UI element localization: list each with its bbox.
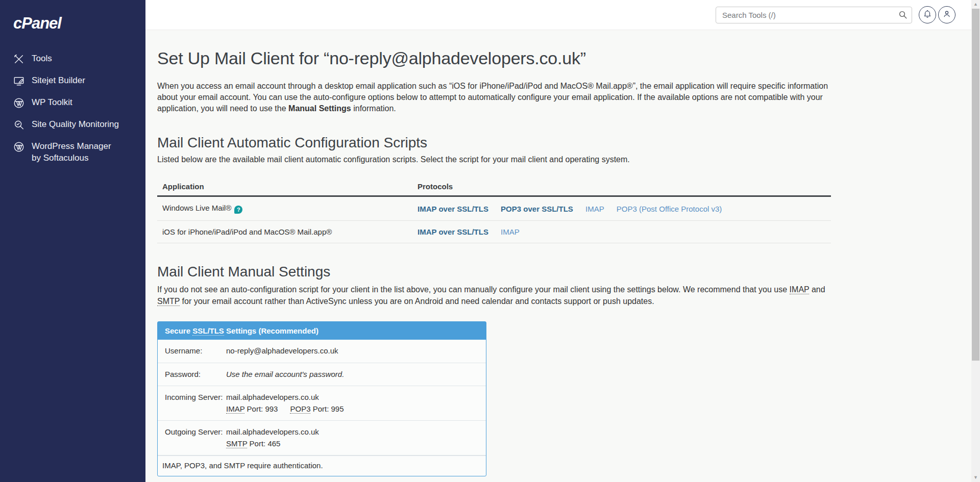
- main-content: Set Up Mail Client for “no-reply@alphade…: [145, 30, 971, 482]
- sitejet-builder-icon: [13, 75, 24, 87]
- smtp-abbr: SMTP: [157, 297, 180, 306]
- column-header-application: Application: [157, 177, 412, 196]
- scroll-up-arrow[interactable]: ▲: [971, 0, 980, 9]
- protocols-cell: IMAP over SSL/TLS IMAP: [412, 221, 831, 243]
- outgoing-server-label: Outgoing Server:: [165, 426, 226, 449]
- auto-config-table: Application Protocols Windows Live Mail®…: [157, 177, 831, 243]
- username-label: Username:: [165, 345, 226, 357]
- search-icon[interactable]: [898, 10, 908, 19]
- application-cell: iOS for iPhone/iPad/iPod and MacOS® Mail…: [157, 221, 412, 243]
- imap-abbr: IMAP: [790, 285, 810, 294]
- auto-config-heading: Mail Client Automatic Configuration Scri…: [157, 135, 971, 151]
- table-row: iOS for iPhone/iPad/iPod and MacOS® Mail…: [157, 221, 831, 243]
- protocol-link-pop3-ssl[interactable]: POP3 over SSL/TLS: [501, 205, 573, 213]
- scrollbar-thumb[interactable]: [972, 9, 979, 361]
- protocol-link-imap-ssl[interactable]: IMAP over SSL/TLS: [418, 205, 488, 213]
- ssl-header-text-2: Settings (Recommended): [224, 326, 318, 335]
- search-input[interactable]: [716, 7, 912, 23]
- vertical-scrollbar[interactable]: ▲ ▼: [971, 0, 980, 482]
- intro-text-1: When you access an email account through…: [157, 82, 828, 113]
- incoming-server-value: mail.alphadevelopers.co.uk IMAP Port: 99…: [226, 392, 356, 415]
- help-icon[interactable]: ?: [234, 206, 242, 214]
- incoming-ports: IMAP Port: 993POP3 Port: 995: [226, 403, 356, 415]
- tools-icon: [13, 54, 24, 65]
- protocol-link-imap-ssl[interactable]: IMAP over SSL/TLS: [418, 227, 488, 236]
- topbar: [145, 0, 971, 30]
- wordpress-manager-icon: [13, 141, 24, 153]
- page-title: Set Up Mail Client for “no-reply@alphade…: [157, 48, 971, 68]
- cpanel-logo[interactable]: cPanel: [0, 0, 145, 48]
- account-button[interactable]: [938, 6, 955, 23]
- manual-settings-description: If you do not see an auto-configuration …: [157, 284, 831, 307]
- sidebar-item-label: WordPress Manager by Softaculous: [32, 141, 119, 164]
- sidebar: cPanel Tools Sitejet Builder WP Toolkit …: [0, 0, 145, 482]
- sidebar-item-sitejet-builder[interactable]: Sitejet Builder: [0, 70, 145, 92]
- auto-config-description: Listed below are the available mail clie…: [157, 155, 971, 164]
- outgoing-server-value: mail.alphadevelopers.co.uk SMTP Port: 46…: [226, 426, 319, 449]
- application-name: Windows Live Mail®: [162, 204, 231, 212]
- protocol-link-imap[interactable]: IMAP: [501, 227, 520, 236]
- password-row: Password: Use the email account's passwo…: [158, 363, 486, 387]
- outgoing-host: mail.alphadevelopers.co.uk: [226, 426, 319, 438]
- wp-toolkit-icon: [13, 97, 24, 109]
- username-value: no-reply@alphadevelopers.co.uk: [226, 345, 338, 357]
- table-row: Windows Live Mail®? IMAP over SSL/TLS PO…: [157, 196, 831, 221]
- application-cell: Windows Live Mail®?: [157, 196, 412, 221]
- username-row: Username: no-reply@alphadevelopers.co.uk: [158, 340, 486, 363]
- notifications-button[interactable]: [919, 6, 936, 23]
- search-container: [716, 7, 912, 23]
- protocol-link-pop3[interactable]: POP3 (Post Office Protocol v3): [617, 205, 722, 213]
- sidebar-item-wp-toolkit[interactable]: WP Toolkit: [0, 92, 145, 114]
- ssl-settings-header: Secure SSL/TLS Settings (Recommended): [158, 322, 486, 340]
- intro-text-2: information.: [351, 104, 396, 113]
- outgoing-ports: SMTP Port: 465: [226, 438, 319, 450]
- smtp-port: Port: 465: [247, 439, 280, 448]
- protocols-cell: IMAP over SSL/TLS POP3 over SSL/TLS IMAP…: [412, 196, 831, 221]
- site-quality-monitoring-icon: [13, 119, 24, 131]
- authentication-note: IMAP, POP3, and SMTP require authenticat…: [158, 455, 486, 476]
- ssl-settings-table: Secure SSL/TLS Settings (Recommended) Us…: [157, 321, 486, 476]
- sidebar-item-label: Site Quality Monitoring: [32, 119, 119, 131]
- intro-bold-manual-settings: Manual Settings: [288, 104, 351, 113]
- sidebar-item-site-quality-monitoring[interactable]: Site Quality Monitoring: [0, 114, 145, 136]
- password-value: Use the email account's password.: [226, 369, 344, 380]
- scroll-down-arrow[interactable]: ▼: [971, 473, 980, 482]
- manual-desc-text-1: If you do not see an auto-configuration …: [157, 285, 790, 294]
- smtp-abbr: SMTP: [226, 439, 247, 448]
- pop3-abbr: POP3: [290, 404, 310, 414]
- pop3-port: Port: 995: [310, 404, 344, 413]
- manual-desc-text-2: and: [809, 285, 825, 294]
- ssl-tls-abbr: SSL/TLS: [192, 326, 224, 336]
- ssl-header-text-1: Secure: [165, 326, 192, 335]
- incoming-server-row: Incoming Server: mail.alphadevelopers.co…: [158, 386, 486, 421]
- imap-abbr: IMAP: [226, 404, 244, 414]
- table-header-row: Application Protocols: [157, 177, 831, 196]
- intro-paragraph: When you access an email account through…: [157, 81, 831, 114]
- manual-desc-text-3: for your email account rather than Activ…: [180, 297, 654, 306]
- protocol-link-imap[interactable]: IMAP: [585, 205, 604, 213]
- application-name: iOS for iPhone/iPad/iPod and MacOS® Mail…: [162, 227, 332, 236]
- sidebar-item-wordpress-manager[interactable]: WordPress Manager by Softaculous: [0, 136, 128, 169]
- user-icon: [942, 9, 951, 20]
- manual-settings-heading: Mail Client Manual Settings: [157, 264, 971, 280]
- bell-icon: [923, 9, 932, 20]
- imap-port: Port: 993: [244, 404, 278, 413]
- sidebar-item-label: WP Toolkit: [32, 97, 72, 109]
- sidebar-item-tools[interactable]: Tools: [0, 48, 145, 70]
- incoming-host: mail.alphadevelopers.co.uk: [226, 392, 356, 403]
- column-header-protocols: Protocols: [412, 177, 831, 196]
- sidebar-item-label: Tools: [32, 53, 52, 65]
- incoming-server-label: Incoming Server:: [165, 392, 226, 415]
- password-label: Password:: [165, 369, 226, 380]
- outgoing-server-row: Outgoing Server: mail.alphadevelopers.co…: [158, 421, 486, 455]
- sidebar-item-label: Sitejet Builder: [32, 75, 85, 87]
